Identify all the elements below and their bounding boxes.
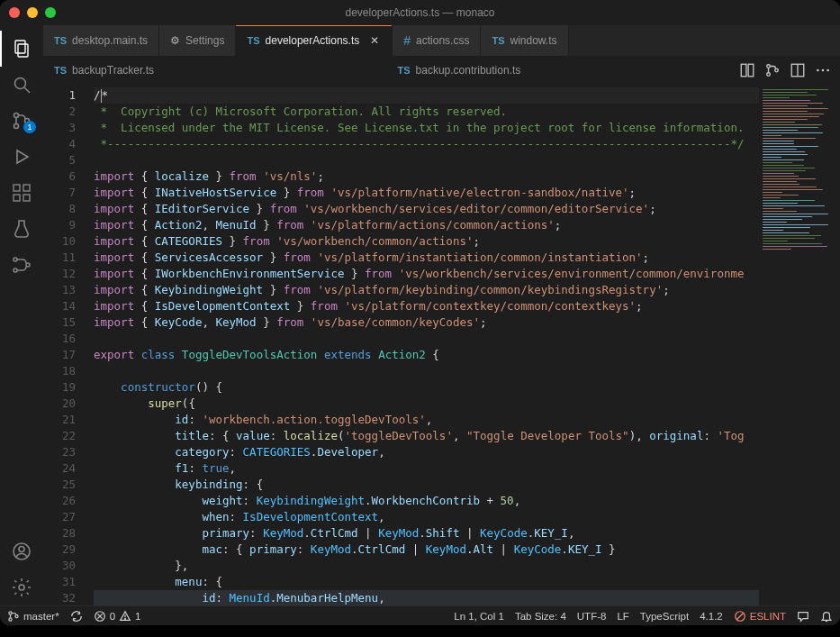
status-bell[interactable] xyxy=(820,610,833,623)
code-line: export class ToggleDevToolsAction extend… xyxy=(94,347,759,363)
tab-label: desktop.main.ts xyxy=(72,34,148,47)
line-number: 30 xyxy=(43,558,76,574)
more-icon xyxy=(815,62,831,78)
warning-icon xyxy=(119,610,131,623)
editor-tab[interactable]: TSdeveloperActions.ts✕ xyxy=(236,25,393,56)
minimap[interactable] xyxy=(759,84,840,605)
tab-label: backupTracker.ts xyxy=(72,64,154,77)
line-number: 25 xyxy=(43,477,76,493)
git-action-button[interactable] xyxy=(764,62,781,78)
line-number: 18 xyxy=(43,363,76,379)
tab-label: window.ts xyxy=(510,34,556,47)
svg-point-14 xyxy=(26,263,30,267)
line-number: 4 xyxy=(43,136,76,152)
editor-tab[interactable]: TSbackup.contribution.ts xyxy=(387,57,731,83)
feedback-icon xyxy=(797,610,809,623)
status-eslint[interactable]: ESLINT xyxy=(734,610,786,623)
ts-icon: TS xyxy=(54,35,67,46)
close-icon[interactable]: ✕ xyxy=(368,34,381,47)
sync-icon xyxy=(70,610,83,623)
svg-line-3 xyxy=(24,87,30,93)
files-icon xyxy=(11,38,32,59)
line-number: 3 xyxy=(43,120,76,136)
status-branch[interactable]: master* xyxy=(7,610,59,623)
line-number: 23 xyxy=(43,444,76,460)
editor-tab[interactable]: TSbackupTracker.ts xyxy=(43,57,387,83)
branch-icon xyxy=(7,610,20,623)
status-cursor[interactable]: Ln 1, Col 1 xyxy=(454,611,504,622)
status-language[interactable]: TypeScript xyxy=(640,611,689,622)
svg-point-25 xyxy=(817,68,819,71)
line-number: 8 xyxy=(43,201,76,217)
status-bar: master* 0 1 Ln 1, Col 1 Tab Size: 4 UTF-… xyxy=(0,605,840,625)
gear-icon xyxy=(11,577,32,598)
code-line: *---------------------------------------… xyxy=(94,136,759,152)
svg-point-29 xyxy=(9,617,12,620)
status-ts-version[interactable]: 4.1.2 xyxy=(700,611,723,622)
activity-debug[interactable] xyxy=(0,139,43,175)
svg-point-13 xyxy=(14,268,17,272)
line-number: 19 xyxy=(43,379,76,396)
code-area[interactable]: /* * Copyright (c) Microsoft Corporation… xyxy=(88,84,759,605)
close-window-button[interactable] xyxy=(9,7,20,18)
status-eol[interactable]: LF xyxy=(617,611,628,622)
code-line: import { Action2, MenuId } from 'vs/plat… xyxy=(94,217,759,233)
code-line: menu: { xyxy=(94,574,759,590)
line-number: 24 xyxy=(43,460,76,477)
status-sync[interactable] xyxy=(70,610,83,623)
status-problems[interactable]: 0 1 xyxy=(94,610,141,623)
code-line: import { INativeHostService } from 'vs/p… xyxy=(94,185,759,201)
activity-account[interactable] xyxy=(0,533,43,569)
editor-tab[interactable]: #actions.css xyxy=(393,25,481,56)
activity-search[interactable] xyxy=(0,67,43,103)
svg-marker-7 xyxy=(17,150,28,163)
activity-explorer[interactable] xyxy=(0,31,43,67)
svg-rect-0 xyxy=(15,41,25,53)
svg-rect-9 xyxy=(14,195,20,201)
line-number: 13 xyxy=(43,282,76,298)
svg-point-28 xyxy=(9,611,12,614)
activity-testing[interactable] xyxy=(0,211,43,247)
activity-extensions[interactable] xyxy=(0,175,43,211)
line-number: 27 xyxy=(43,509,76,525)
more-actions-button[interactable] xyxy=(815,62,831,78)
activity-settings[interactable] xyxy=(0,569,43,605)
line-number: 32 xyxy=(43,590,76,605)
compare-changes-button[interactable] xyxy=(739,62,755,78)
split-editor-button[interactable] xyxy=(790,62,806,78)
editor-tab[interactable]: TSwindow.ts xyxy=(481,25,568,56)
code-line: weight: KeybindingWeight.WorkbenchContri… xyxy=(94,493,759,509)
status-tabsize[interactable]: Tab Size: 4 xyxy=(515,611,566,622)
svg-point-30 xyxy=(15,614,18,617)
activity-references[interactable] xyxy=(0,247,43,283)
editor-body[interactable]: 1234567891011121314151617181920212223242… xyxy=(43,84,840,605)
code-line: f1: true, xyxy=(94,460,759,477)
svg-point-35 xyxy=(125,618,126,619)
svg-point-26 xyxy=(822,68,825,71)
line-number: 14 xyxy=(43,298,76,314)
minimize-window-button[interactable] xyxy=(27,7,38,18)
line-number: 21 xyxy=(43,412,76,428)
line-number: 12 xyxy=(43,266,76,282)
error-count: 0 xyxy=(110,611,115,622)
svg-point-2 xyxy=(15,78,26,89)
warning-count: 1 xyxy=(135,611,140,622)
status-feedback[interactable] xyxy=(797,610,809,623)
line-number: 15 xyxy=(43,314,76,331)
line-number: 9 xyxy=(43,217,76,233)
code-line: id: 'workbench.action.toggleDevTools', xyxy=(94,412,759,428)
svg-point-22 xyxy=(775,68,779,72)
svg-point-5 xyxy=(14,124,19,129)
editor-tab[interactable]: TSdesktop.main.ts xyxy=(43,25,159,56)
activity-scm[interactable]: 1 xyxy=(0,103,43,139)
references-icon xyxy=(11,254,32,276)
tabs-row-2: TSbackupTracker.tsTSbackup.contribution.… xyxy=(43,57,840,84)
extensions-icon xyxy=(11,182,32,204)
maximize-window-button[interactable] xyxy=(45,7,56,18)
code-line: mac: { primary: KeyMod.CtrlCmd | KeyMod.… xyxy=(94,541,759,558)
status-encoding[interactable]: UTF-8 xyxy=(577,611,607,622)
editor-tab[interactable]: ⚙Settings xyxy=(159,25,236,56)
bell-icon xyxy=(820,610,833,623)
css-icon: # xyxy=(403,33,411,48)
svg-rect-18 xyxy=(741,64,746,77)
